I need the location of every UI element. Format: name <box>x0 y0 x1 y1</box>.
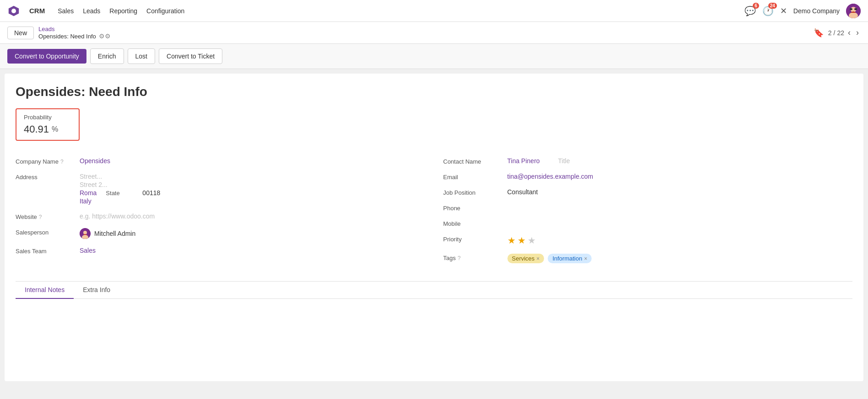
phone-row: Phone <box>443 200 853 216</box>
mobile-label: Mobile <box>443 219 507 227</box>
sales-team-row: Sales Team Sales <box>16 243 425 259</box>
bookmark-icon[interactable]: 🔖 <box>814 28 824 38</box>
app-name[interactable]: CRM <box>29 7 45 15</box>
priority-label: Priority <box>443 235 507 243</box>
left-column: Company Name ? Opensides Address Street.… <box>16 154 425 267</box>
salesperson-avatar <box>80 228 91 239</box>
priority-stars[interactable]: ★ ★ ★ <box>507 235 536 246</box>
new-button[interactable]: New <box>7 27 34 39</box>
contact-name-label: Contact Name <box>443 157 507 165</box>
right-column: Contact Name Tina Pinero Title Email tin… <box>443 154 853 267</box>
salesperson-avatar-image <box>80 228 91 239</box>
activity-count: 24 <box>768 3 777 9</box>
nav-leads[interactable]: Leads <box>83 7 100 15</box>
next-record-button[interactable]: › <box>854 28 861 37</box>
nav-sales[interactable]: Sales <box>58 7 74 15</box>
nav-reporting[interactable]: Reporting <box>109 7 137 15</box>
contact-name-value[interactable]: Tina Pinero <box>507 157 540 165</box>
breadcrumb: Leads Opensides: Need Info ⚙ <box>38 26 111 40</box>
record-title: Opensides: Need Info <box>16 85 852 99</box>
user-avatar[interactable] <box>846 4 861 18</box>
tag-services-label: Services <box>512 255 535 262</box>
breadcrumb-bar: New Leads Opensides: Need Info ⚙ 🔖 2 / 2… <box>0 22 868 44</box>
tag-services-remove[interactable]: × <box>536 255 539 262</box>
mobile-row: Mobile <box>443 216 853 231</box>
company-name-value[interactable]: Opensides <box>80 157 110 165</box>
app-logo[interactable] <box>7 5 20 17</box>
address-group: Street... Street 2... Roma State 00118 I… <box>80 173 160 205</box>
current-page-label: Opensides: Need Info ⚙ <box>38 32 111 40</box>
tags-help-icon[interactable]: ? <box>458 255 461 261</box>
job-position-value[interactable]: Consultant <box>507 188 538 196</box>
phone-label: Phone <box>443 204 507 212</box>
odoo-logo-icon <box>7 5 20 17</box>
sales-team-label: Sales Team <box>16 247 80 255</box>
activity-button[interactable]: 🕐 24 <box>762 5 774 16</box>
top-navigation: CRM Sales Leads Reporting Configuration … <box>0 0 868 22</box>
notifications-count: 6 <box>753 3 759 9</box>
priority-star-2[interactable]: ★ <box>518 235 526 246</box>
city-field[interactable]: Roma <box>80 189 97 197</box>
probability-label: Probability <box>24 114 71 121</box>
tags-row: Tags ? Services × Information × <box>443 250 853 267</box>
zip-field[interactable]: 00118 <box>142 189 160 197</box>
salesperson-label: Salesperson <box>16 228 80 236</box>
contact-name-group: Tina Pinero Title <box>507 157 570 165</box>
priority-star-3[interactable]: ★ <box>528 235 536 246</box>
record-settings-icon[interactable]: ⚙ <box>99 32 111 40</box>
breadcrumb-leads-link[interactable]: Leads <box>38 26 111 32</box>
action-bar: Convert to Opportunity Enrich Lost Conve… <box>0 44 868 69</box>
title-field[interactable]: Title <box>558 157 570 165</box>
sales-team-value[interactable]: Sales <box>80 247 96 254</box>
notifications-button[interactable]: 💬 6 <box>744 5 756 16</box>
breadcrumb-right: 🔖 2 / 22 ‹ › <box>814 28 861 38</box>
page-current: 2 <box>828 29 832 37</box>
page-navigation: 2 / 22 ‹ › <box>828 28 861 37</box>
topnav-right: 💬 6 🕐 24 ✕ Demo Company <box>744 4 861 18</box>
street-field[interactable]: Street... <box>80 173 160 180</box>
salesperson-name[interactable]: Mitchell Admin <box>94 230 135 237</box>
priority-star-1[interactable]: ★ <box>507 235 516 246</box>
nav-configuration[interactable]: Configuration <box>146 7 184 15</box>
tab-internal-notes[interactable]: Internal Notes <box>16 282 74 299</box>
prev-record-button[interactable]: ‹ <box>846 28 852 37</box>
tags-label: Tags ? <box>443 254 507 261</box>
email-value[interactable]: tina@opensides.example.com <box>507 173 593 180</box>
website-help-icon[interactable]: ? <box>39 214 42 220</box>
street2-field[interactable]: Street 2... <box>80 181 160 188</box>
website-field[interactable]: e.g. https://www.odoo.com <box>80 213 155 220</box>
enrich-button[interactable]: Enrich <box>90 48 124 64</box>
job-position-label: Job Position <box>443 188 507 196</box>
country-field[interactable]: Italy <box>80 197 160 205</box>
convert-ticket-button[interactable]: Convert to Ticket <box>159 48 222 64</box>
avatar-image <box>846 4 861 18</box>
email-row: Email tina@opensides.example.com <box>443 169 853 185</box>
tab-extra-info[interactable]: Extra Info <box>74 282 119 299</box>
tag-information: Information × <box>548 254 592 263</box>
svg-rect-5 <box>850 8 852 10</box>
tag-services: Services × <box>507 254 545 263</box>
svg-point-1 <box>11 8 16 13</box>
company-name-label: Company Name ? <box>16 157 80 165</box>
tab-list: Internal Notes Extra Info <box>16 282 852 299</box>
settings-icon[interactable]: ✕ <box>780 6 787 16</box>
salesperson-row: Salesperson Mitchell Admin <box>16 224 425 243</box>
main-content: Opensides: Need Info Probability 40.91 %… <box>5 74 863 381</box>
priority-row: Priority ★ ★ ★ <box>443 231 853 250</box>
probability-number[interactable]: 40.91 <box>24 123 49 135</box>
probability-box: Probability 40.91 % <box>16 108 80 141</box>
company-name-help-icon[interactable]: ? <box>60 159 64 165</box>
company-name: Demo Company <box>793 7 840 15</box>
tags-container: Services × Information × <box>507 254 592 263</box>
tag-information-remove[interactable]: × <box>584 255 587 262</box>
nav-menu: Sales Leads Reporting Configuration <box>58 7 184 15</box>
address-label: Address <box>16 173 80 181</box>
convert-opportunity-button[interactable]: Convert to Opportunity <box>7 49 86 64</box>
svg-point-8 <box>83 231 87 234</box>
state-label: State <box>106 190 133 197</box>
bottom-tabs: Internal Notes Extra Info <box>16 281 852 299</box>
salesperson-value: Mitchell Admin <box>80 228 135 239</box>
lost-button[interactable]: Lost <box>128 48 155 64</box>
website-row: Website ? e.g. https://www.odoo.com <box>16 209 425 224</box>
form-section: Company Name ? Opensides Address Street.… <box>16 154 852 267</box>
